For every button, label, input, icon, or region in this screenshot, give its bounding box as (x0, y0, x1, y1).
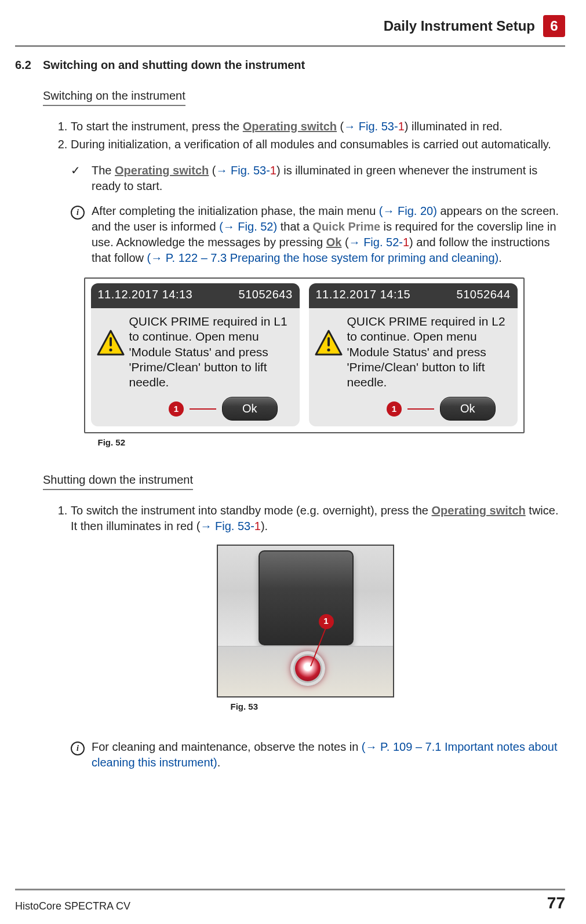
warning-icon (97, 329, 125, 357)
callout-marker: 1 (387, 401, 402, 417)
callout-leader-line (407, 408, 434, 410)
dialog-l1: 11.12.2017 14:13 51052643 QUICK PRIME re… (91, 283, 300, 426)
ok-button[interactable]: Ok (222, 397, 278, 421)
ok-term: Ok (326, 236, 342, 249)
crossref-link[interactable]: → Fig. 52- (349, 236, 403, 249)
callout-leader-line (190, 408, 216, 410)
crossref-link[interactable]: (→ P. 122 – 7.3 Preparing the hose syste… (147, 251, 499, 264)
svg-point-5 (327, 348, 330, 351)
dialog-id: 51052643 (239, 287, 293, 302)
chapter-number-badge: 6 (543, 15, 565, 37)
list-item: To start the instrument, press the Opera… (71, 119, 565, 134)
list-item: To switch the instrument into standby mo… (71, 503, 565, 534)
crossref-link[interactable]: (→ Fig. 20) (379, 204, 437, 217)
checkmark-note: ✓ The Operating switch (→ Fig. 53-1) is … (71, 163, 565, 194)
section-heading: 6.2 Switching on and shutting down the i… (15, 59, 565, 72)
page-number: 77 (547, 894, 565, 912)
info-icon: i (71, 206, 85, 220)
list-item: During initialization, a verification of… (71, 137, 565, 152)
callout-marker: 1 (169, 401, 184, 417)
product-name: HistoCore SPECTRA CV (15, 900, 130, 912)
svg-point-2 (109, 348, 112, 351)
figure-52: 11.12.2017 14:13 51052643 QUICK PRIME re… (84, 277, 525, 449)
page-footer: HistoCore SPECTRA CV 77 (15, 884, 565, 912)
switch-on-steps: To start the instrument, press the Opera… (43, 119, 565, 152)
crossref-link[interactable]: → Fig. 53- (200, 520, 254, 532)
crossref-link[interactable]: → Fig. 53- (216, 164, 270, 177)
info-icon: i (71, 742, 85, 755)
shut-down-steps: To switch the instrument into standby mo… (43, 503, 565, 534)
section-title: Switching on and shutting down the instr… (43, 59, 305, 72)
figure-53: 1 Fig. 53 (217, 545, 392, 713)
shutting-down-heading: Shutting down the instrument (43, 472, 193, 490)
dialog-id: 51052644 (457, 287, 511, 302)
dialog-l2: 11.12.2017 14:15 51052644 QUICK PRIME re… (309, 283, 518, 426)
dialog-message: QUICK PRIME required in L1 to continue. … (129, 313, 294, 390)
ok-button[interactable]: Ok (440, 397, 496, 421)
operating-switch-term: Operating switch (115, 164, 209, 177)
svg-rect-1 (110, 337, 112, 346)
operating-switch-button[interactable] (290, 651, 325, 686)
figure-caption: Fig. 52 (84, 433, 525, 448)
info-note: i For cleaning and maintenance, observe … (71, 739, 565, 770)
figure-caption: Fig. 53 (217, 697, 392, 713)
svg-rect-4 (327, 337, 330, 346)
info-note: i After completing the initialization ph… (71, 203, 565, 266)
quick-prime-term: Quick Prime (312, 220, 380, 233)
dialog-message: QUICK PRIME required in L2 to continue. … (347, 313, 512, 390)
dialog-timestamp: 11.12.2017 14:13 (98, 287, 193, 302)
footer-separator (15, 889, 565, 890)
crossref-link[interactable]: (→ Fig. 52) (219, 220, 277, 233)
crossref-link[interactable]: → Fig. 53- (344, 120, 398, 133)
callout-marker: 1 (319, 614, 334, 629)
checkmark-icon: ✓ (71, 163, 85, 194)
device-screen (259, 550, 354, 645)
page-header: Daily Instrument Setup 6 (15, 15, 565, 42)
dialog-timestamp: 11.12.2017 14:15 (316, 287, 411, 302)
section-number: 6.2 (15, 59, 43, 72)
operating-switch-term: Operating switch (432, 504, 526, 517)
switching-on-heading: Switching on the instrument (43, 88, 185, 106)
operating-switch-term: Operating switch (243, 120, 337, 133)
warning-icon (315, 329, 343, 357)
chapter-title: Daily Instrument Setup (384, 18, 535, 34)
header-separator (15, 45, 565, 47)
